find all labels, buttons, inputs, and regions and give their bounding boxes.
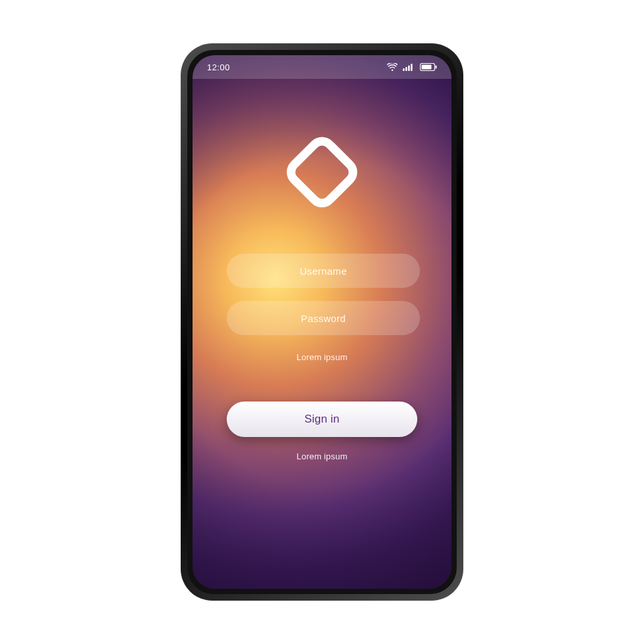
status-icons: [387, 63, 437, 71]
login-fields: [227, 254, 417, 335]
username-input[interactable]: [227, 254, 420, 288]
login-content: Lorem ipsum Sign in Lorem ipsum: [193, 55, 451, 589]
app-logo: [283, 133, 361, 212]
svg-rect-2: [408, 66, 410, 72]
svg-rect-5: [422, 65, 432, 70]
svg-rect-6: [436, 66, 437, 69]
footer-helper-text[interactable]: Lorem ipsum: [296, 451, 347, 461]
status-bar: 12:00: [193, 55, 451, 79]
svg-rect-7: [287, 137, 357, 207]
svg-rect-3: [411, 64, 413, 71]
phone-bezel: 12:00: [187, 50, 457, 594]
phone-screen: 12:00: [193, 55, 451, 589]
password-input[interactable]: [227, 301, 420, 335]
sign-in-button[interactable]: Sign in: [227, 402, 417, 437]
signal-icon: [403, 63, 415, 71]
battery-icon: [420, 63, 437, 71]
svg-rect-0: [403, 68, 405, 71]
forgot-helper-text[interactable]: Lorem ipsum: [296, 352, 347, 362]
wifi-icon: [387, 63, 398, 71]
svg-rect-1: [405, 67, 407, 71]
phone-frame: 12:00: [181, 43, 463, 601]
status-time: 12:00: [207, 62, 230, 72]
